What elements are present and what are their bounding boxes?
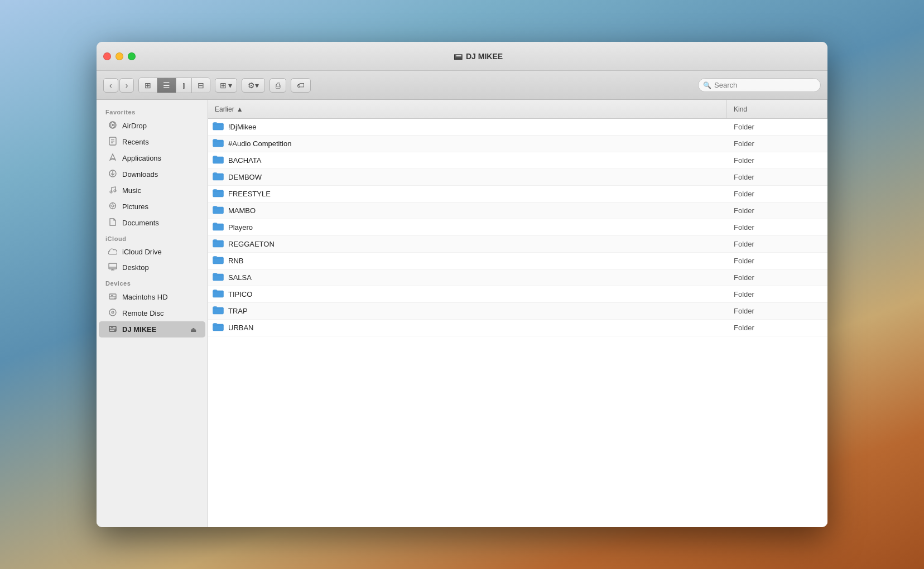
file-name-cell: TIPICO — [208, 289, 727, 300]
icloud-drive-icon — [108, 247, 118, 257]
documents-icon — [108, 218, 118, 228]
table-row[interactable]: TRAP Folder — [208, 303, 827, 320]
sidebar-item-documents[interactable]: Documents — [99, 215, 205, 231]
svg-point-27 — [112, 312, 113, 312]
file-name: !DjMikee — [228, 123, 257, 131]
icon-view-button[interactable]: ⊞ — [139, 78, 157, 93]
table-row[interactable]: URBAN Folder — [208, 320, 827, 336]
gallery-view-button[interactable]: ⊟ — [192, 78, 210, 93]
name-column-header[interactable]: Earlier ▲ — [208, 100, 727, 118]
gallery-view-icon: ⊟ — [198, 81, 204, 90]
kind-header-label: Kind — [734, 105, 747, 113]
arrange-button[interactable]: ⊞ ▾ — [215, 78, 237, 93]
back-button[interactable]: ‹ — [103, 78, 118, 93]
file-name-cell: FREESTYLE — [208, 189, 727, 200]
folder-icon — [213, 205, 224, 216]
file-name-cell: !DjMikee — [208, 122, 727, 133]
file-kind-cell: Folder — [727, 139, 827, 148]
sidebar-item-airdrop[interactable]: AirDrop — [99, 118, 205, 134]
sidebar-item-downloads[interactable]: Downloads — [99, 166, 205, 182]
sidebar-item-desktop[interactable]: Desktop — [99, 259, 205, 276]
table-row[interactable]: Playero Folder — [208, 219, 827, 236]
file-name-cell: DEMBOW — [208, 172, 727, 183]
file-name: TIPICO — [228, 290, 252, 298]
forward-button[interactable]: › — [119, 78, 134, 93]
main-content: Favorites AirDrop — [97, 100, 827, 527]
close-button[interactable] — [103, 52, 111, 60]
table-row[interactable]: DEMBOW Folder — [208, 169, 827, 186]
sidebar-item-recents[interactable]: Recents — [99, 134, 205, 150]
file-kind-cell: Folder — [727, 123, 827, 131]
maximize-button[interactable] — [128, 52, 136, 60]
sidebar-item-icloud-drive[interactable]: iCloud Drive — [99, 244, 205, 259]
applications-icon — [108, 153, 118, 163]
tag-icon: 🏷 — [297, 81, 305, 90]
dj-mikee-icon — [108, 324, 118, 335]
file-name-cell: Playero — [208, 222, 727, 233]
file-name-cell: REGGAETON — [208, 239, 727, 250]
icloud-label: iCloud — [97, 231, 208, 244]
file-name-cell: TRAP — [208, 306, 727, 317]
share-icon: ⎙ — [276, 81, 280, 90]
minimize-button[interactable] — [116, 52, 123, 60]
gear-icon: ⚙ — [248, 81, 255, 90]
table-row[interactable]: RNB Folder — [208, 253, 827, 269]
search-icon: 🔍 — [703, 81, 711, 89]
table-row[interactable]: #Audio Competition Folder — [208, 136, 827, 152]
macintosh-hd-icon — [108, 292, 118, 302]
table-row[interactable]: FREESTYLE Folder — [208, 186, 827, 202]
title-bar: 🖴 DJ MIKEE — [97, 42, 827, 71]
file-list: !DjMikee Folder #Audio Competition Folde… — [208, 119, 827, 527]
arrange-icon: ⊞ — [220, 81, 227, 90]
action-button[interactable]: ⚙ ▾ — [242, 78, 265, 93]
arrange-chevron: ▾ — [228, 81, 232, 90]
file-name: MAMBO — [228, 206, 256, 215]
window-title: DJ MIKEE — [466, 52, 503, 61]
eject-button[interactable]: ⏏ — [190, 326, 196, 334]
folder-icon — [213, 172, 224, 183]
folder-icon — [213, 306, 224, 317]
folder-icon — [213, 155, 224, 166]
table-row[interactable]: MAMBO Folder — [208, 202, 827, 219]
file-kind-cell: Folder — [727, 190, 827, 198]
icon-view-icon: ⊞ — [145, 81, 151, 90]
music-label: Music — [122, 186, 141, 195]
devices-label: Devices — [97, 276, 208, 289]
svg-rect-17 — [109, 263, 117, 269]
table-row[interactable]: REGGAETON Folder — [208, 236, 827, 253]
table-row[interactable]: TIPICO Folder — [208, 286, 827, 303]
file-kind-cell: Folder — [727, 173, 827, 181]
folder-icon — [213, 189, 224, 200]
macintosh-hd-label: Macintohs HD — [122, 293, 168, 301]
svg-point-23 — [114, 298, 116, 299]
table-row[interactable]: SALSA Folder — [208, 269, 827, 286]
folder-icon — [213, 322, 224, 334]
search-wrapper: 🔍 — [698, 78, 821, 92]
nav-buttons: ‹ › — [103, 78, 134, 93]
sidebar-item-pictures[interactable]: Pictures — [99, 199, 205, 215]
toolbar: ‹ › ⊞ ☰ ⫿ ⊟ ⊞ ▾ ⚙ ▾ ⎙ — [97, 71, 827, 100]
column-view-icon: ⫿ — [182, 81, 186, 90]
table-row[interactable]: !DjMikee Folder — [208, 119, 827, 136]
sidebar-item-dj-mikee[interactable]: DJ MIKEE ⏏ — [99, 321, 205, 337]
file-name: URBAN — [228, 324, 254, 332]
sidebar: Favorites AirDrop — [97, 100, 208, 527]
folder-icon — [213, 138, 224, 150]
file-kind-cell: Folder — [727, 206, 827, 215]
file-kind-cell: Folder — [727, 257, 827, 265]
list-view-button[interactable]: ☰ — [157, 78, 176, 93]
remote-disc-icon — [108, 308, 118, 319]
share-button[interactable]: ⎙ — [270, 78, 286, 93]
kind-column-header[interactable]: Kind — [727, 100, 827, 118]
list-view-icon: ☰ — [163, 81, 170, 90]
sidebar-item-music[interactable]: Music — [99, 182, 205, 199]
table-row[interactable]: BACHATA Folder — [208, 152, 827, 169]
traffic-lights — [103, 52, 136, 60]
sidebar-item-macintosh-hd[interactable]: Macintohs HD — [99, 289, 205, 305]
file-name: SALSA — [228, 273, 252, 282]
search-input[interactable] — [698, 78, 821, 92]
column-view-button[interactable]: ⫿ — [176, 78, 192, 93]
sidebar-item-applications[interactable]: Applications — [99, 150, 205, 166]
tag-button[interactable]: 🏷 — [291, 78, 311, 93]
sidebar-item-remote-disc[interactable]: Remote Disc — [99, 305, 205, 321]
